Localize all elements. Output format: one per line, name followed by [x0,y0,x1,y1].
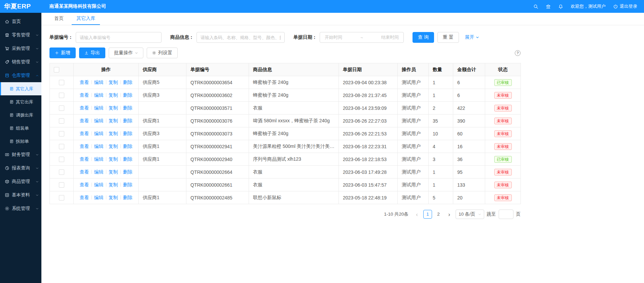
cell-operator: 测试用户 [398,166,429,179]
row-action-view[interactable]: 查看 [80,131,89,136]
row-checkbox[interactable] [59,80,64,85]
search-button[interactable]: 查 询 [413,32,434,43]
tab-other-inbound[interactable]: 其它入库 [72,13,100,25]
row-checkbox[interactable] [59,144,64,149]
sidebar-item-warehouse[interactable]: 仓库管理 [0,69,41,82]
row-action-view[interactable]: 查看 [80,80,89,85]
row-action-view[interactable]: 查看 [80,195,89,200]
export-button[interactable]: 导出 [79,48,105,58]
sidebar-item-sales[interactable]: 销售管理 [0,55,41,69]
row-checkbox[interactable] [59,93,64,98]
jump-page-input[interactable] [499,210,513,219]
row-action-view[interactable]: 查看 [80,92,89,98]
row-checkbox[interactable] [59,105,64,111]
row-action-copy[interactable]: 复制 [109,118,118,123]
column-settings-button[interactable]: 列设置 [147,48,178,58]
row-actions-cell: 查看编辑复制删除 [74,127,139,140]
next-page-button[interactable]: › [445,212,453,217]
sidebar-subitem-transfer-outbound[interactable]: 调拨出库 [0,108,41,122]
chevron-down-icon [36,61,39,64]
row-action-edit[interactable]: 编辑 [94,144,104,149]
sidebar-item-goods[interactable]: 商品管理 [0,175,41,188]
sidebar-item-report[interactable]: 报表查询 [0,161,41,175]
table-row: 查看编辑复制删除 供应商5 QTRK00000003654 蜂蜜柚子茶 240g… [50,76,521,89]
row-action-view[interactable]: 查看 [80,118,89,123]
row-action-edit[interactable]: 编辑 [94,195,104,200]
sidebar-item-system[interactable]: 系统管理 [0,202,41,215]
add-button[interactable]: 新增 [49,48,76,58]
row-action-copy[interactable]: 复制 [109,182,118,187]
tab-home[interactable]: 首页 [49,13,68,25]
row-action-copy[interactable]: 复制 [109,156,118,162]
expand-link[interactable]: 展开 [465,34,479,40]
search-icon[interactable] [533,4,538,9]
row-checkbox[interactable] [59,182,64,188]
row-action-view[interactable]: 查看 [80,169,89,175]
row-action-edit[interactable]: 编辑 [94,156,104,162]
row-action-delete[interactable]: 删除 [123,182,133,187]
row-checkbox[interactable] [59,118,64,124]
reset-button[interactable]: 重 置 [437,32,459,43]
row-action-edit[interactable]: 编辑 [94,131,104,136]
col-header-total: 金额合计 [453,63,485,76]
row-action-delete[interactable]: 删除 [123,92,133,98]
row-action-edit[interactable]: 编辑 [94,80,104,85]
page-size-select[interactable]: 10 条/页 [456,210,484,219]
row-action-view[interactable]: 查看 [80,144,89,149]
row-checkbox[interactable] [59,169,64,175]
row-action-edit[interactable]: 编辑 [94,182,104,187]
notification-bell-icon[interactable] [558,4,563,9]
status-badge: 未审核 [494,130,512,137]
row-action-copy[interactable]: 复制 [109,131,118,136]
row-action-copy[interactable]: 复制 [109,92,118,98]
platform-icon[interactable] [546,4,551,9]
sidebar-item-basic[interactable]: 基本资料 [0,188,41,202]
status-badge: 未审核 [494,182,512,188]
row-action-copy[interactable]: 复制 [109,80,118,85]
sidebar-subitem-other-outbound[interactable]: 其它出库 [0,95,41,108]
row-checkbox[interactable] [59,157,64,162]
row-action-edit[interactable]: 编辑 [94,105,104,111]
goods-info-input[interactable] [196,32,285,43]
row-action-delete[interactable]: 删除 [123,156,133,162]
row-action-copy[interactable]: 复制 [109,195,118,200]
row-action-view[interactable]: 查看 [80,156,89,162]
sidebar-item-retail[interactable]: 零售管理 [0,28,41,42]
row-action-view[interactable]: 查看 [80,182,89,187]
row-actions-cell: 查看编辑复制删除 [74,140,139,153]
row-action-delete[interactable]: 删除 [123,105,133,111]
sidebar-item-purchase[interactable]: 采购管理 [0,42,41,55]
bill-no-input[interactable] [76,32,162,43]
row-action-view[interactable]: 查看 [80,105,89,111]
date-range-picker[interactable]: 开始时间 ~ 结束时间 [320,32,404,43]
help-icon[interactable]: ? [515,50,521,56]
row-action-delete[interactable]: 删除 [123,144,133,149]
sidebar-subitem-disassembly-order[interactable]: 拆卸单 [0,135,41,148]
row-action-edit[interactable]: 编辑 [94,118,104,123]
action-divider [120,131,121,135]
row-action-delete[interactable]: 删除 [123,169,133,175]
sidebar-subitem-assembly-order[interactable]: 组装单 [0,122,41,135]
page-button-1[interactable]: 1 [423,210,432,219]
row-action-edit[interactable]: 编辑 [94,92,104,98]
row-action-delete[interactable]: 删除 [123,118,133,123]
batch-actions-button[interactable]: 批量操作 [109,48,143,58]
row-action-delete[interactable]: 删除 [123,195,133,200]
row-action-copy[interactable]: 复制 [109,169,118,175]
page-button-2[interactable]: 2 [434,210,443,219]
row-action-delete[interactable]: 删除 [123,80,133,85]
row-checkbox[interactable] [59,131,64,136]
select-all-checkbox[interactable] [54,67,59,72]
prev-page-button[interactable]: ‹ [413,212,421,217]
row-action-copy[interactable]: 复制 [109,105,118,111]
sidebar-item-home[interactable]: 首页 [0,15,41,28]
row-action-delete[interactable]: 删除 [123,131,133,136]
logout-button[interactable]: 退出登录 [613,3,637,9]
sidebar-subitem-other-inbound[interactable]: 其它入库 [0,82,41,95]
sidebar-item-label: 系统管理 [12,206,30,212]
row-action-edit[interactable]: 编辑 [94,169,104,175]
row-action-copy[interactable]: 复制 [109,144,118,149]
col-header-actions: 操作 [74,63,139,76]
sidebar-item-finance[interactable]: 财务管理 [0,148,41,161]
row-checkbox[interactable] [59,195,64,200]
